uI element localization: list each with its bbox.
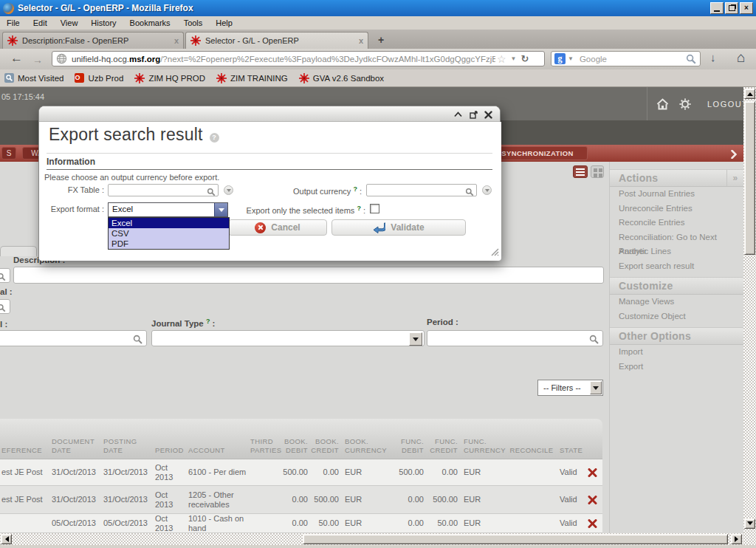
sidebar-item-export-search-result[interactable]: Export search result [610, 259, 743, 274]
back-icon[interactable]: ← [10, 49, 23, 67]
tab-description-false[interactable]: Description:False - OpenERP x [2, 32, 184, 49]
window-restore-button[interactable] [725, 2, 738, 14]
vertical-scrollbar[interactable] [743, 87, 756, 548]
horizontal-scrollbar[interactable] [0, 533, 743, 545]
window-minimize-button[interactable] [710, 2, 724, 14]
cancel-button[interactable]: Cancel [228, 219, 327, 236]
col-header-state[interactable]: STATE [560, 446, 585, 455]
bookmark-item[interactable]: ZIM TRAINING [216, 73, 288, 83]
tab-close-icon[interactable]: x [174, 36, 179, 45]
dialog-resize-handle[interactable] [490, 246, 499, 259]
journal-input[interactable] [0, 330, 147, 346]
menu-view[interactable]: View [54, 17, 85, 29]
logout-button[interactable]: LOGOUT [700, 100, 748, 109]
col-header-account[interactable]: ACCOUNT [188, 446, 249, 455]
reload-icon[interactable]: ↻ [520, 53, 529, 64]
horizontal-scrollbar-thumb[interactable] [303, 534, 728, 544]
validate-button[interactable]: Validate [331, 219, 466, 236]
col-header-book-credit[interactable]: BOOK. CREDIT [311, 437, 339, 455]
delete-row-icon[interactable] [588, 514, 597, 532]
menu-edit[interactable]: Edit [27, 17, 54, 29]
output-currency-input[interactable] [366, 184, 477, 196]
url-bar[interactable]: unifield-hq.ocg.msf.org/?next=%2Fopenerp… [52, 51, 545, 66]
dialog-close-icon[interactable] [481, 109, 495, 120]
site-identity-globe-icon[interactable] [56, 53, 67, 64]
export-selected-checkbox[interactable] [370, 204, 379, 213]
tab-close-icon[interactable]: x [359, 36, 363, 45]
sidebar-item-reconciliation-go-to-next-partner[interactable]: Reconciliation: Go to Next Partner [610, 230, 743, 245]
menu-overflow-chevron-icon[interactable] [731, 148, 737, 162]
dropdown-arrow-icon[interactable] [409, 332, 422, 346]
search-magnifier-icon[interactable] [686, 54, 696, 64]
output-currency-dropdown-icon[interactable] [482, 185, 492, 195]
bookmark-item[interactable]: GVA v2.6 Sandbox [299, 73, 384, 83]
vertical-scrollbar-thumb[interactable] [744, 101, 755, 255]
dropdown-arrow-icon[interactable] [214, 203, 227, 216]
bookmark-item[interactable]: Most Visited [4, 73, 63, 83]
menu-help[interactable]: Help [209, 17, 239, 29]
table-row[interactable]: est JE Post31/Oct/201331/Oct/2013Oct 201… [0, 459, 602, 486]
window-close-button[interactable]: × [740, 2, 753, 14]
scroll-left-icon[interactable] [1, 534, 12, 544]
scroll-down-icon[interactable] [744, 518, 755, 529]
fx-table-dropdown-icon[interactable] [224, 185, 233, 195]
fx-table-input[interactable] [108, 184, 219, 196]
description-input[interactable] [13, 267, 604, 284]
col-header-book-debit[interactable]: BOOK. DEBIT [280, 437, 308, 455]
sidebar-item-export[interactable]: Export [610, 360, 743, 374]
journal-type-select[interactable] [151, 330, 425, 346]
table-row[interactable]: est JE Post31/Oct/201331/Oct/2013Oct 201… [0, 486, 602, 514]
sidebar-collapse-icon[interactable]: » [726, 170, 743, 186]
app-settings-gear-icon[interactable] [669, 98, 700, 110]
export-option-csv[interactable]: CSV [109, 228, 229, 239]
bookmark-item[interactable]: ZIM HQ PROD [134, 73, 205, 83]
col-header-func-debit[interactable]: FUNC. DEBIT [396, 437, 424, 455]
home-icon[interactable]: ⌂ [737, 49, 745, 66]
col-header-posting-date[interactable]: POSTING DATE [103, 437, 151, 455]
col-header-func-credit[interactable]: FUNC. CREDIT [428, 437, 458, 455]
export-option-pdf[interactable]: PDF [109, 239, 229, 249]
google-engine-icon[interactable]: g [554, 53, 566, 64]
delete-row-icon[interactable] [588, 459, 597, 485]
list-view-icon[interactable] [573, 165, 588, 178]
bookmark-item[interactable]: OUzb Prod [75, 73, 123, 83]
dialog-collapse-icon[interactable] [451, 109, 464, 120]
left-clipped-input[interactable] [0, 268, 10, 283]
left-clipped-input[interactable] [0, 299, 10, 314]
new-tab-button[interactable]: + [373, 34, 389, 47]
col-header-func-currency[interactable]: FUNC. CURRENCY [464, 437, 505, 455]
synchronization-menu-button[interactable]: SYNCHRONIZATION [487, 146, 588, 160]
col-header-document-date[interactable]: DOCUMENT DATE [52, 437, 100, 455]
col-header-book-currency[interactable]: BOOK. CURRENCY [345, 437, 380, 455]
col-header-reference[interactable]: EFERENCE [1, 446, 49, 455]
sidebar-item-manage-views[interactable]: Manage Views [610, 295, 743, 309]
export-option-excel[interactable]: Excel [109, 218, 229, 228]
sidebar-item-customize-object[interactable]: Customize Object [610, 309, 743, 324]
help-icon[interactable]: ? [210, 133, 219, 143]
sidebar-item-reconcile-entries[interactable]: Reconcile Entries [610, 216, 743, 230]
dialog-titlebar[interactable] [39, 106, 500, 122]
menu-history[interactable]: History [84, 17, 123, 29]
app-home-icon[interactable] [647, 98, 669, 110]
table-row[interactable]: 05/Oct/201305/Oct/2013Oct 20131010 - Cas… [0, 514, 602, 533]
col-header-reconcile[interactable]: RECONCILE [508, 446, 555, 455]
menu-fragment-button[interactable]: S [1, 147, 16, 160]
download-icon[interactable]: ↓ [710, 51, 716, 64]
tab-selector-gl[interactable]: Selector - G/L - OpenERP x [185, 32, 368, 49]
sidebar-item-import[interactable]: Import [610, 345, 743, 360]
scroll-up-icon[interactable] [744, 89, 755, 99]
filters-select[interactable]: -- Filters -- [537, 380, 603, 396]
forward-icon[interactable]: → [32, 51, 43, 69]
dialog-expand-icon[interactable] [467, 109, 480, 120]
col-header-third-parties[interactable]: THIRD PARTIES [250, 437, 281, 455]
delete-row-icon[interactable] [588, 486, 597, 513]
search-bar[interactable]: g ▼ Google [551, 51, 701, 66]
sidebar-item-unreconcile-entries[interactable]: Unreconcile Entries [610, 202, 743, 216]
menu-bookmarks[interactable]: Bookmarks [123, 17, 177, 29]
grid-view-icon[interactable] [591, 165, 604, 178]
sidebar-item-post-journal-entries[interactable]: Post Journal Entries [610, 187, 743, 202]
sidebar-item-analytic-lines[interactable]: Analytic Lines [610, 244, 743, 259]
scroll-right-icon[interactable] [731, 534, 742, 544]
url-dropdown-icon[interactable]: ▼ [511, 55, 517, 62]
export-format-select[interactable]: Excel [108, 202, 228, 217]
